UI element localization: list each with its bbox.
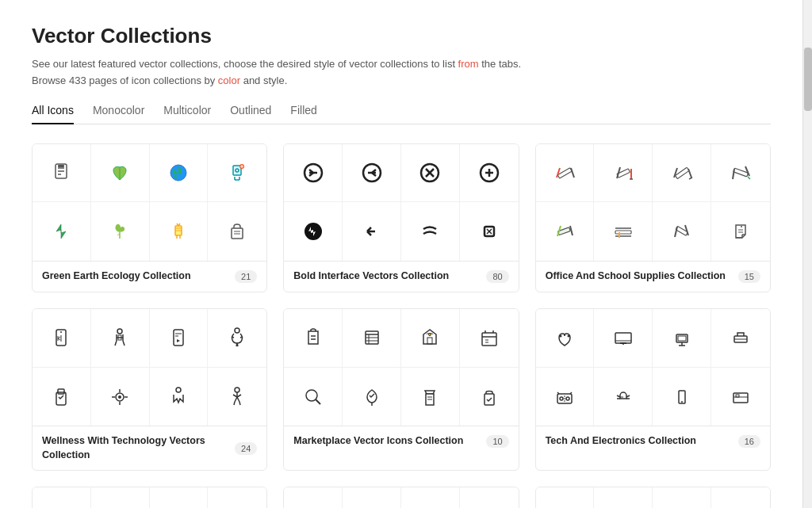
card-footer: Green Earth Ecology Collection 21 (33, 261, 266, 292)
icon-cell (150, 144, 209, 203)
svg-point-85 (118, 395, 121, 399)
collection-title: Green Earth Ecology Collection (42, 269, 191, 284)
collection-count: 24 (235, 442, 257, 455)
icon-cell (536, 144, 595, 203)
collection-count: 80 (486, 270, 508, 283)
icon-cell (460, 368, 519, 426)
svg-rect-78 (174, 330, 183, 346)
card-icons (284, 309, 518, 426)
icon-cell (653, 202, 711, 261)
svg-line-104 (316, 399, 320, 404)
card-icons (33, 144, 266, 262)
color-link[interactable]: color (218, 74, 240, 86)
collection-title: Bold Interface Vectors Collection (293, 269, 449, 284)
icon-cell (150, 487, 209, 508)
icon-cell (33, 368, 91, 426)
icon-cell (284, 309, 343, 368)
icon-cell (208, 309, 266, 368)
icon-cell (594, 368, 653, 426)
from-link[interactable]: from (458, 58, 479, 70)
svg-point-81 (235, 328, 239, 333)
icon-cell (536, 202, 595, 261)
icon-cell (91, 487, 150, 508)
collection-card-multimedia[interactable]: Multimedia Icons Collection (535, 487, 771, 508)
collection-count: 10 (486, 435, 508, 448)
icon-cell (208, 144, 266, 203)
icon-cell (653, 487, 711, 508)
card-footer: Bold Interface Vectors Collection 80 (284, 261, 518, 292)
icon-cell (401, 368, 460, 426)
icon-cell (150, 202, 209, 261)
icon-cell (343, 368, 401, 426)
scrollbar-thumb[interactable] (804, 48, 812, 111)
icon-cell (208, 202, 266, 261)
svg-point-122 (560, 397, 563, 400)
icon-cell (401, 487, 460, 508)
icon-cell (594, 309, 653, 368)
card-icons (284, 487, 518, 508)
icon-cell (284, 487, 343, 508)
collection-card-wellness-tech[interactable]: Wellness With Technology Vectors Collect… (32, 308, 267, 472)
icon-cell (536, 487, 595, 508)
card-footer: Wellness With Technology Vectors Collect… (33, 426, 266, 470)
svg-point-96 (429, 334, 431, 336)
card-icons (536, 309, 770, 426)
icon-cell (711, 309, 770, 368)
main-content: Vector Collections See our latest featur… (0, 0, 802, 508)
icon-cell (460, 309, 519, 368)
svg-rect-97 (482, 333, 496, 346)
collection-card-marketplace[interactable]: Marketplace Vector Icons Collection 10 (283, 308, 519, 472)
svg-rect-57 (615, 231, 631, 234)
icon-cell (33, 309, 91, 368)
svg-point-76 (117, 329, 122, 334)
icon-cell (150, 309, 209, 368)
icon-cell (653, 144, 711, 203)
svg-point-103 (306, 390, 317, 401)
card-icons (536, 144, 770, 262)
page-subtitle: See our latest featured vector collectio… (32, 56, 771, 90)
svg-line-49 (688, 169, 691, 178)
card-icons (33, 487, 266, 508)
tab-all-icons[interactable]: All Icons (32, 104, 74, 124)
tab-filled[interactable]: Filled (290, 104, 316, 124)
tab-outlined[interactable]: Outlined (230, 104, 271, 124)
icon-cell (401, 144, 460, 203)
collection-card-tech-electronics[interactable]: Tech And Electronics Collection 16 (535, 308, 771, 472)
icon-cell (594, 487, 653, 508)
svg-point-67 (741, 226, 742, 227)
scrollbar[interactable] (802, 0, 812, 508)
icon-cell (91, 309, 150, 368)
collection-card-office-school[interactable]: Office And School Supplies Collection 15 (535, 143, 771, 292)
collection-title: Wellness With Technology Vectors Collect… (42, 434, 235, 462)
svg-line-50 (689, 178, 692, 179)
icon-cell (711, 487, 770, 508)
icon-cell (343, 202, 401, 261)
icon-cell (33, 144, 91, 203)
svg-rect-4 (58, 165, 64, 167)
tab-multicolor[interactable]: Multicolor (163, 104, 211, 124)
svg-point-71 (60, 331, 62, 333)
svg-rect-111 (615, 333, 631, 343)
icon-cell (343, 487, 401, 508)
icon-cell (536, 309, 595, 368)
card-footer: Tech And Electronics Collection 16 (536, 426, 770, 456)
svg-line-42 (571, 168, 574, 178)
icon-cell (33, 487, 91, 508)
collection-card-green-earth[interactable]: Green Earth Ecology Collection 21 (32, 143, 267, 292)
collection-card-summer[interactable]: Summer Vectors Collection (32, 487, 267, 508)
tab-monocolor[interactable]: Monocolor (93, 104, 144, 124)
collection-card-bold-interface[interactable]: Bold Interface Vectors Collection 80 (283, 143, 519, 292)
icon-cell (208, 368, 266, 426)
icon-cell (711, 368, 770, 426)
icon-cell (460, 144, 519, 203)
icon-cell (91, 202, 150, 261)
collection-count: 16 (738, 435, 760, 448)
icon-cell (150, 368, 209, 426)
collection-title: Office And School Supplies Collection (546, 269, 726, 284)
icon-cell (594, 202, 653, 261)
tabs-bar: All Icons Monocolor Multicolor Outlined … (32, 104, 771, 124)
card-footer: Office And School Supplies Collection 15 (536, 261, 770, 292)
icon-cell (711, 144, 770, 203)
collection-card-science[interactable]: Science And Technology Collection (283, 487, 519, 508)
svg-rect-83 (58, 389, 64, 394)
